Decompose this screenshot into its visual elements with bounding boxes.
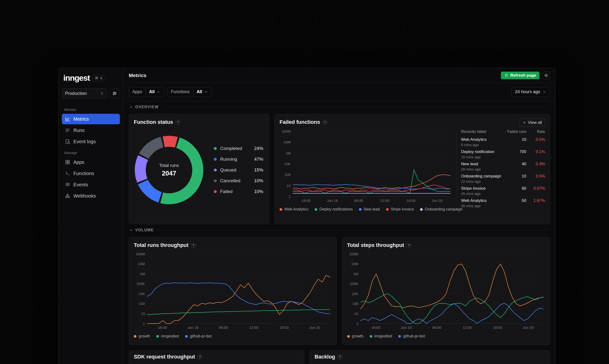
legend-item-onboarding-campaign[interactable]: Onboarding campaign [420, 207, 462, 211]
total-runs-chart-legend: growthinngestbotgithub-pr-bot [134, 334, 332, 338]
total-steps-throughput-chart[interactable]: 100M10M1M100K10K10010118:00Jun 1906:0012… [347, 252, 545, 331]
section-divider [158, 230, 550, 230]
doc-search-icon [65, 139, 70, 144]
failed-function-row[interactable]: Web Analytics35 mins ago501.67% [461, 198, 545, 208]
view-all-button[interactable]: View all [519, 118, 545, 127]
help-icon[interactable] [406, 243, 411, 248]
svg-text:10M: 10M [138, 262, 145, 266]
legend-item-stripe-invoice[interactable]: Stripe invoice [386, 207, 414, 211]
total-runs-throughput-card: Total runs throughput 100M10M1M100K10K10… [129, 237, 337, 345]
svg-text:18:00: 18:00 [493, 325, 502, 329]
failed-table-header-name: Recently failed [461, 130, 504, 134]
sidebar-item-events[interactable]: Events [62, 179, 120, 190]
filter-group: Apps All Functions All [129, 87, 211, 97]
failed-function-row[interactable]: Web Analytics5 mins ago100.5% [461, 137, 545, 147]
function-status-body: Total runs 2047 Completed24%Running47%Qu… [134, 136, 264, 204]
legend-label: github-pr-bot [403, 334, 425, 338]
stack-icon [65, 182, 70, 187]
svg-text:10K: 10K [284, 162, 291, 166]
status-legend-percent: 15% [254, 167, 263, 173]
legend-item-new-lead[interactable]: New lead [359, 207, 380, 211]
functions-filter-value: All [197, 89, 202, 94]
failed-functions-chart[interactable]: 100M10M1M10K10010118:00Jun 1906:0012:001… [279, 129, 452, 204]
command-k-shortcut-badge[interactable]: ⌘ K [93, 75, 105, 81]
failed-runs-value: 10 [504, 137, 526, 142]
arrow-up-right-icon [523, 121, 526, 125]
svg-text:12:00: 12:00 [462, 325, 472, 329]
legend-item-github-pr-bot[interactable]: github-pr-bot [185, 334, 212, 338]
status-legend-percent: 10% [254, 189, 263, 194]
svg-text:12:00: 12:00 [380, 198, 389, 203]
failed-function-name: Web Analytics [461, 137, 504, 142]
sidebar-item-event-logs[interactable]: Event logs [62, 136, 120, 147]
status-legend-row-running: Running47% [214, 157, 263, 162]
svg-text:1: 1 [143, 321, 145, 325]
apps-filter-value: All [149, 89, 155, 94]
failed-function-time: 35 mins ago [461, 204, 504, 208]
chart-line-icon [65, 116, 70, 122]
vertical-divider [457, 130, 457, 201]
environment-filter-button[interactable] [109, 88, 120, 98]
sidebar-item-webhooks[interactable]: Webhooks [62, 191, 120, 201]
dashboard-settings-button[interactable] [542, 72, 550, 79]
svg-text:10: 10 [287, 184, 291, 188]
top-bar-actions: Refresh page [501, 72, 550, 79]
legend-item-growth[interactable]: growth [134, 334, 150, 338]
overview-section-toggle[interactable]: OVERVIEW [129, 105, 550, 109]
total-steps-chart-legend: growthinngestbotgithub-pr-bot [347, 334, 545, 338]
legend-dot [156, 335, 159, 338]
sidebar-item-apps[interactable]: Apps [62, 157, 120, 167]
sidebar-item-functions[interactable]: Functions [62, 168, 120, 179]
svg-text:1M: 1M [140, 272, 145, 276]
svg-text:06:00: 06:00 [219, 325, 228, 329]
sidebar-item-metrics[interactable]: Metrics [62, 114, 120, 124]
sidebar-item-runs[interactable]: Runs [62, 125, 120, 136]
legend-item-web-analytics[interactable]: Web Analytics [279, 207, 308, 211]
top-bar: Metrics Refresh page [124, 68, 555, 83]
svg-text:18:00: 18:00 [302, 198, 311, 203]
apps-filter[interactable]: Apps All [129, 87, 164, 97]
function-status-donut-chart[interactable]: Total runs 2047 [135, 136, 203, 204]
legend-item-deploy-notifications[interactable]: Deploy notifications [315, 207, 353, 211]
legend-label: Web Analytics [284, 207, 308, 211]
legend-item-inngestbot[interactable]: inngestbot [156, 334, 179, 338]
legend-item-github-pr-bot[interactable]: github-pr-bot [398, 334, 425, 338]
total-runs-throughput-chart[interactable]: 100M10M1M100K10K10010118:00Jun 1906:0012… [134, 252, 332, 331]
logo-row: inngest ⌘ K [62, 73, 120, 83]
failed-function-row[interactable]: Stripe invoice25 mins ago600.07% [461, 186, 545, 196]
help-icon[interactable] [338, 354, 343, 359]
svg-text:06:00: 06:00 [354, 198, 363, 203]
legend-item-growth[interactable]: growth [347, 334, 363, 338]
help-icon[interactable] [322, 120, 328, 125]
legend-dot [185, 335, 188, 338]
svg-text:Jun 20: Jun 20 [309, 325, 320, 329]
failed-runs-value: 60 [504, 186, 526, 191]
failed-functions-title: Failed functions [279, 119, 320, 125]
refresh-page-button[interactable]: Refresh page [501, 72, 540, 79]
environment-row: Production [62, 88, 120, 98]
functions-filter[interactable]: Functions All [167, 87, 211, 97]
legend-label: growth [352, 334, 363, 338]
function-status-card: Function status Total runs 2047 Complete… [129, 114, 269, 224]
legend-label: New lead [364, 207, 380, 211]
help-icon[interactable] [197, 354, 202, 359]
failed-table-header-runs: Failed runs [504, 130, 526, 134]
sidebar-section-label-monitor: Monitor [64, 107, 117, 112]
failure-rate-value: 0.5% [526, 174, 545, 179]
failed-function-name-cell: Web Analytics35 mins ago [461, 198, 504, 208]
volume-section-toggle[interactable]: VOLUME [129, 228, 550, 232]
time-range-selector[interactable]: 24 hours ago [512, 87, 550, 97]
chevron-down-icon [204, 90, 208, 94]
svg-text:10K: 10K [138, 292, 145, 296]
svg-text:06:00: 06:00 [432, 325, 441, 329]
failed-function-row[interactable]: Onboarding campaign22 mins ago100.5% [461, 174, 545, 183]
svg-text:100M: 100M [281, 129, 291, 133]
failed-function-name-cell: New lead20 mins ago [461, 162, 504, 171]
help-icon[interactable] [191, 243, 196, 248]
environment-selector[interactable]: Production [62, 88, 107, 98]
failed-function-name-cell: Onboarding campaign22 mins ago [461, 174, 504, 183]
failed-function-row[interactable]: Deploy notification10 mins ago7000.1% [461, 149, 545, 159]
help-icon[interactable] [176, 120, 180, 125]
failed-function-row[interactable]: New lead20 mins ago400.3% [461, 162, 545, 171]
legend-item-inngestbot[interactable]: inngestbot [370, 334, 392, 338]
